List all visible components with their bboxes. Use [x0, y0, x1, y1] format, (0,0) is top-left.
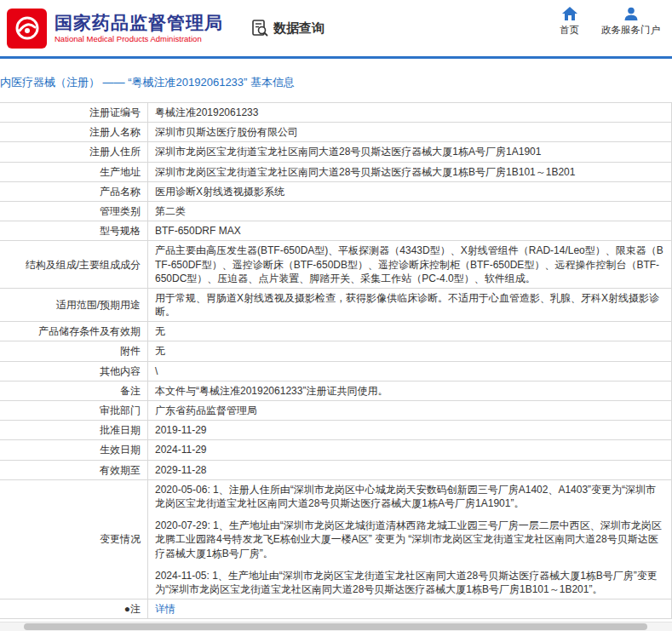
- row-value: 产品主要由高压发生器(BTF-650DA型)、平板探测器（4343D型）、X射线…: [148, 241, 672, 289]
- row-label: 备注: [0, 381, 148, 400]
- table-row: 生产地址深圳市龙岗区宝龙街道宝龙社区南同大道28号贝斯达医疗器械大厦1栋B号厂房…: [0, 162, 672, 181]
- row-value: 广东省药品监督管理局: [148, 401, 672, 421]
- row-value: 深圳市龙岗区宝龙街道宝龙社区南同大道28号贝斯达医疗器械大厦1栋B号厂房1B10…: [148, 162, 672, 181]
- row-label: 有效期至: [0, 460, 148, 479]
- row-value: 2020-05-06: 1、注册人住所由“深圳市龙岗区中心城龙岗天安数码创新园三…: [148, 479, 672, 599]
- nav-label-home: 首页: [560, 24, 579, 37]
- site-header: 国家药品监督管理局 National Medical Products Admi…: [0, 0, 672, 56]
- table-row: 产品名称医用诊断X射线透视摄影系统: [0, 181, 672, 201]
- row-label: 变更情况: [0, 479, 148, 599]
- registration-info-table: 注册证编号粤械注准20192061233注册人名称深圳市贝斯达医疗股份有限公司注…: [0, 102, 672, 619]
- section-title: 数据查询: [273, 20, 325, 37]
- row-value: 无: [148, 341, 672, 361]
- table-row: 注册证编号粤械注准20192061233: [0, 103, 672, 123]
- change-history-paragraph: 2024-11-05: 1、生产地址由“深圳市龙岗区宝龙街道宝龙社区南同大道28…: [155, 569, 664, 596]
- header-divider: [0, 56, 672, 59]
- row-label: 注册证编号: [0, 103, 148, 123]
- info-table-body: 注册证编号粤械注准20192061233注册人名称深圳市贝斯达医疗股份有限公司注…: [0, 103, 672, 619]
- table-row: 注册人住所深圳市龙岗区宝龙街道宝龙社区南同大道28号贝斯达医疗器械大厦1栋A号厂…: [0, 142, 672, 162]
- table-row: ●注详情: [0, 599, 672, 619]
- table-row: 备注本文件与“粤械注准20192061233”注册证共同使用。: [0, 381, 672, 400]
- home-icon: [562, 7, 577, 20]
- page-title: 内医疗器械（注册） —— “粤械注准20192061233” 基本信息: [0, 75, 672, 90]
- row-label: 附件: [0, 341, 148, 361]
- row-value: 深圳市贝斯达医疗股份有限公司: [148, 123, 672, 142]
- row-value: BTF-650DRF MAX: [148, 221, 672, 241]
- row-value: 无: [148, 322, 672, 341]
- row-label: 型号规格: [0, 221, 148, 241]
- horizontal-scrollbar-track[interactable]: [0, 622, 672, 631]
- table-row: 产品储存条件及有效期无: [0, 322, 672, 341]
- table-row: 型号规格BTF-650DRF MAX: [0, 221, 672, 241]
- row-value: 深圳市龙岗区宝龙街道宝龙社区南同大道28号贝斯达医疗器械大厦1栋A号厂房1A19…: [148, 142, 672, 162]
- row-label: 注册人名称: [0, 123, 148, 142]
- table-row: 变更情况2020-05-06: 1、注册人住所由“深圳市龙岗区中心城龙岗天安数码…: [0, 479, 672, 599]
- table-row: 生效日期2024-11-29: [0, 440, 672, 460]
- row-value: 本文件与“粤械注准20192061233”注册证共同使用。: [148, 381, 672, 400]
- row-value: \: [148, 361, 672, 381]
- table-row: 有效期至2029-11-28: [0, 460, 672, 479]
- detail-link[interactable]: 详情: [155, 603, 175, 615]
- row-value: 粤械注准20192061233: [148, 103, 672, 123]
- row-label: 批准日期: [0, 421, 148, 440]
- org-name-cn: 国家药品监督管理局: [55, 13, 223, 32]
- row-value: 医用诊断X射线透视摄影系统: [148, 181, 672, 201]
- row-value: 用于常规、胃肠道X射线透视及摄影检查，获得影像供临床诊断。不适用于心血管造影、乳…: [148, 288, 672, 321]
- row-label: 注册人住所: [0, 142, 148, 162]
- change-history-paragraph: 2020-05-06: 1、注册人住所由“深圳市龙岗区中心城龙岗天安数码创新园三…: [155, 483, 664, 510]
- table-row: 结构及组成/主要组成成分产品主要由高压发生器(BTF-650DA型)、平板探测器…: [0, 241, 672, 289]
- table-row: 其他内容\: [0, 361, 672, 381]
- table-row: 审批部门广东省药品监督管理局: [0, 401, 672, 421]
- table-row: 注册人名称深圳市贝斯达医疗股份有限公司: [0, 123, 672, 142]
- org-names: 国家药品监督管理局 National Medical Products Admi…: [55, 13, 223, 44]
- horizontal-scrollbar-thumb[interactable]: [24, 623, 647, 630]
- nav-item-portal[interactable]: 政务服务门户: [601, 7, 660, 37]
- nav-item-home[interactable]: 首页: [560, 7, 579, 37]
- row-value: 2019-11-29: [148, 421, 672, 440]
- table-row: 管理类别第二类: [0, 201, 672, 221]
- row-value: 2024-11-29: [148, 440, 672, 460]
- row-label: 生效日期: [0, 440, 148, 460]
- row-value: 详情: [148, 599, 672, 619]
- data-query-section: 数据查询: [250, 19, 325, 37]
- row-label: 结构及组成/主要组成成分: [0, 241, 148, 289]
- row-label: 其他内容: [0, 361, 148, 381]
- change-history-paragraph: 2020-07-29: 1、生产地址由“深圳市龙岗区龙城街道清林西路龙城工业园三…: [155, 519, 664, 560]
- row-label: 适用范围/预期用途: [0, 288, 148, 321]
- table-row: 附件无: [0, 341, 672, 361]
- header-nav: 首页 政务服务门户: [560, 7, 660, 37]
- row-label: 审批部门: [0, 401, 148, 421]
- row-label: 生产地址: [0, 162, 148, 181]
- nmpa-emblem-icon: [7, 9, 47, 49]
- row-label: 管理类别: [0, 201, 148, 221]
- nmpa-logo: 国家药品监督管理局 National Medical Products Admi…: [7, 9, 223, 49]
- row-label: 产品储存条件及有效期: [0, 322, 148, 341]
- row-label: ●注: [0, 599, 148, 619]
- table-row: 适用范围/预期用途用于常规、胃肠道X射线透视及摄影检查，获得影像供临床诊断。不适…: [0, 288, 672, 321]
- org-name-en: National Medical Products Administration: [55, 35, 223, 43]
- row-value: 2029-11-28: [148, 460, 672, 479]
- row-value: 第二类: [148, 201, 672, 221]
- data-query-icon: [250, 19, 269, 37]
- person-icon: [623, 7, 639, 20]
- table-row: 批准日期2019-11-29: [0, 421, 672, 440]
- nav-label-portal: 政务服务门户: [601, 24, 660, 37]
- row-label: 产品名称: [0, 181, 148, 201]
